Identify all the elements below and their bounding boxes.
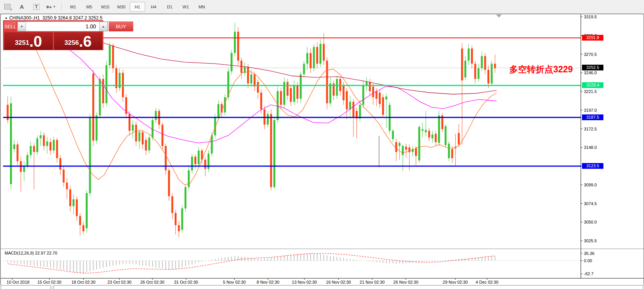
candle-body bbox=[63, 170, 65, 183]
timeframe-group: M1M5M15M30H1H4D1W1MN bbox=[65, 2, 210, 12]
candle-body bbox=[185, 187, 186, 209]
candle-body bbox=[313, 47, 315, 69]
chart-shift-marker[interactable] bbox=[496, 15, 502, 18]
timeframe-button-h1[interactable]: H1 bbox=[130, 2, 145, 12]
candle-body bbox=[418, 127, 420, 161]
timeframe-button-m15[interactable]: M15 bbox=[98, 2, 113, 12]
arrow-tool-icon[interactable]: A bbox=[16, 2, 28, 12]
date-tick-label: 8 Nov 02:30 bbox=[257, 280, 279, 284]
date-tick-label: 26 Oct 02:30 bbox=[141, 280, 165, 284]
chart-canvas[interactable] bbox=[1, 14, 644, 289]
candle-body bbox=[142, 132, 144, 144]
candle-body bbox=[66, 183, 68, 189]
candle-body bbox=[346, 91, 348, 109]
timeframe-button-mn[interactable]: MN bbox=[194, 2, 209, 12]
candle-body bbox=[491, 64, 493, 83]
date-tick-label: 21 Nov 02:30 bbox=[360, 280, 384, 284]
candle-body bbox=[362, 85, 364, 105]
symbol-label: CHINA300-,H1 bbox=[9, 15, 40, 21]
price-tick-label: 3074.5 bbox=[584, 201, 597, 206]
timeframe-button-m30[interactable]: M30 bbox=[114, 2, 129, 12]
volume-input[interactable] bbox=[26, 22, 99, 31]
price-tag-3123.5: 3123.5 bbox=[582, 163, 603, 169]
timeframe-button-m1[interactable]: M1 bbox=[65, 2, 81, 12]
date-tick-label: 4 Dec 02:30 bbox=[476, 280, 498, 284]
candle-body bbox=[386, 96, 387, 100]
date-tick-label: 26 Nov 02:30 bbox=[393, 280, 418, 284]
candle-body bbox=[445, 126, 446, 145]
candle-body bbox=[415, 148, 417, 156]
date-tick-label: 18 Oct 02:30 bbox=[72, 280, 96, 284]
macd-signal-line bbox=[8, 253, 495, 273]
volume-increase-button[interactable]: ▲ bbox=[99, 22, 108, 31]
candle-body bbox=[36, 138, 38, 152]
macd-values: 22.97 22.70 bbox=[35, 251, 57, 255]
sell-price-fraction: .0 bbox=[29, 34, 42, 49]
candle-body bbox=[303, 64, 305, 74]
candle-body bbox=[461, 49, 463, 81]
tab-box-left[interactable] bbox=[1, 285, 51, 289]
candle-body bbox=[13, 144, 15, 149]
text-tool-icon[interactable]: T bbox=[31, 2, 42, 12]
candle-body bbox=[178, 225, 180, 231]
collapse-arrow-icon[interactable]: ▲ bbox=[5, 16, 8, 20]
candle-body bbox=[379, 93, 381, 104]
candle-body bbox=[468, 49, 470, 61]
chart-window: ▲CHINA300-,H1 3250.9 3264.8 3247.2 3252.… bbox=[0, 14, 644, 289]
buy-button[interactable]: BUY bbox=[109, 21, 133, 31]
timeframe-button-d1[interactable]: D1 bbox=[162, 2, 177, 12]
volume-stepper: ▼ ▲ bbox=[17, 21, 108, 31]
candle-body bbox=[494, 64, 496, 68]
candle-body bbox=[432, 134, 433, 138]
candle-body bbox=[217, 104, 219, 117]
candle-body bbox=[79, 216, 81, 225]
sell-price-display[interactable]: 3251.0 bbox=[4, 32, 53, 50]
candle-body bbox=[438, 116, 440, 143]
candle-body bbox=[316, 47, 318, 64]
sell-button[interactable]: SELL bbox=[4, 21, 16, 31]
price-tick-label: 3099.0 bbox=[584, 183, 597, 187]
candle-body bbox=[451, 149, 453, 158]
price-tick-label: 3148.0 bbox=[584, 145, 597, 150]
date-tick-label: 10 Oct 2018 bbox=[7, 280, 29, 284]
candle-body bbox=[230, 53, 232, 72]
candle-body bbox=[290, 88, 292, 102]
candle-body bbox=[139, 132, 141, 141]
buy-price-fraction: .6 bbox=[79, 34, 92, 49]
date-tick-label: 31 Oct 02:30 bbox=[174, 280, 198, 284]
candle-body bbox=[366, 82, 368, 85]
candle-body bbox=[405, 147, 407, 150]
candle-body bbox=[76, 199, 78, 216]
one-click-trade-panel: SELL ▼ ▲ BUY 3251.0 3256.6 bbox=[3, 20, 103, 50]
candle-body bbox=[155, 111, 157, 120]
price-tag-3187.5: 3187.5 bbox=[582, 114, 603, 120]
candle-body bbox=[240, 60, 242, 73]
timeframe-button-m5[interactable]: M5 bbox=[82, 2, 97, 12]
tab-box-main[interactable] bbox=[54, 285, 643, 289]
candle-body bbox=[30, 146, 32, 155]
date-tick-label: 15 Oct 02:30 bbox=[38, 280, 62, 284]
timeframe-button-w1[interactable]: W1 bbox=[178, 2, 193, 12]
candle-body bbox=[425, 130, 427, 132]
candle-body bbox=[329, 83, 331, 103]
candle-body bbox=[481, 56, 483, 68]
candle-body bbox=[247, 67, 249, 83]
candle-body bbox=[132, 125, 134, 131]
candle-body bbox=[56, 140, 58, 158]
candle-body bbox=[359, 105, 361, 119]
candle-body bbox=[49, 142, 51, 150]
buy-price-display[interactable]: 3256.6 bbox=[54, 32, 103, 50]
candle-body bbox=[435, 134, 437, 142]
candle-body bbox=[323, 44, 325, 61]
indicator-grid-icon[interactable] bbox=[2, 2, 13, 12]
text-annotation[interactable]: 多空转折点3229 bbox=[509, 64, 573, 75]
shapes-tool-icon[interactable]: ◆◆▼ bbox=[45, 2, 57, 12]
candle-body bbox=[257, 82, 259, 93]
candle-body bbox=[395, 142, 397, 152]
price-tag-3291.8: 3291.8 bbox=[582, 35, 603, 41]
candle-body bbox=[211, 135, 213, 153]
candle-body bbox=[296, 85, 298, 99]
candle-body bbox=[471, 49, 473, 64]
timeframe-button-h4[interactable]: H4 bbox=[146, 2, 161, 12]
volume-decrease-button[interactable]: ▼ bbox=[18, 22, 26, 31]
